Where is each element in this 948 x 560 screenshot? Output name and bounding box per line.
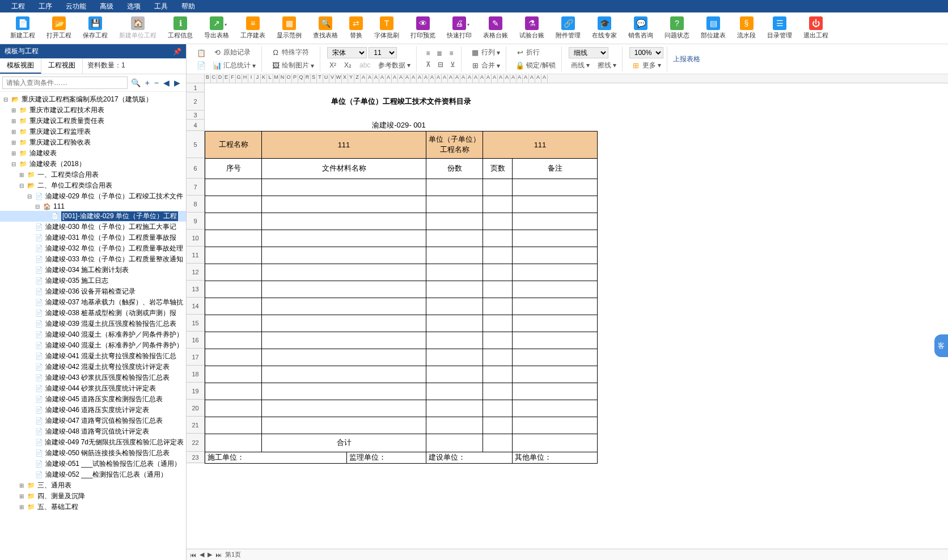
cell[interactable] bbox=[426, 417, 483, 434]
search-icon[interactable]: 🔍 bbox=[131, 78, 141, 87]
cell[interactable] bbox=[513, 213, 598, 230]
original-record-button[interactable]: ⟲原始记录 bbox=[210, 46, 258, 58]
cell[interactable] bbox=[262, 349, 426, 366]
cell[interactable] bbox=[513, 247, 598, 264]
toolbar-销售咨询[interactable]: 💬销售咨询 bbox=[623, 15, 659, 41]
cell[interactable] bbox=[262, 298, 426, 315]
tree-node[interactable]: 📄渝建竣-038 桩基成型检测（动测或声测）报 bbox=[0, 308, 186, 319]
tree-node[interactable]: ⊟🏠111 bbox=[0, 202, 186, 211]
erase-line-button[interactable]: 擦线▾ bbox=[595, 60, 619, 71]
cell[interactable] bbox=[262, 332, 426, 349]
search-input[interactable] bbox=[2, 77, 128, 89]
toolbar-退出工程[interactable]: ⏻退出工程 bbox=[798, 15, 834, 41]
cell[interactable] bbox=[205, 196, 262, 213]
cell[interactable] bbox=[262, 400, 426, 417]
cell[interactable] bbox=[205, 349, 262, 366]
subscript-button[interactable]: X₂ bbox=[342, 60, 354, 70]
cell[interactable] bbox=[513, 230, 598, 247]
total-remark[interactable] bbox=[513, 434, 598, 452]
cell[interactable] bbox=[483, 298, 513, 315]
toolbar-打印预览[interactable]: 👁打印预览 bbox=[405, 15, 441, 41]
cell[interactable] bbox=[483, 179, 513, 196]
toolbar-快速打印[interactable]: 🖨▾快速打印 bbox=[441, 15, 477, 41]
cell[interactable] bbox=[205, 400, 262, 417]
tree-node[interactable]: ⊞📁五、基础工程 bbox=[0, 502, 186, 512]
tree-node[interactable]: 📄渝建竣-040 混凝土（标准养护／同条件养护） bbox=[0, 340, 186, 351]
menu-item[interactable]: 工序 bbox=[32, 2, 59, 11]
strikethrough-button[interactable]: abc bbox=[357, 60, 373, 70]
cell[interactable] bbox=[513, 264, 598, 281]
lock-button[interactable]: 🔒锁定/解锁 bbox=[513, 60, 557, 71]
draw-line-button[interactable]: 画线▾ bbox=[569, 60, 592, 71]
more-button[interactable]: ⊞更多 ▾ bbox=[629, 60, 663, 71]
cell[interactable] bbox=[426, 383, 483, 400]
toolbar-保存工程[interactable]: 💾保存工程 bbox=[77, 15, 113, 41]
superscript-button[interactable]: X² bbox=[327, 60, 338, 70]
pager-first-icon[interactable]: ⏮ bbox=[190, 551, 196, 558]
tab-project-view[interactable]: 工程视图 bbox=[41, 58, 83, 74]
menu-item[interactable]: 工具 bbox=[147, 2, 175, 11]
tree-node[interactable]: 📄渝建竣-037 地基承载力（触探）、岩芯单轴抗 bbox=[0, 297, 186, 308]
cell[interactable] bbox=[262, 383, 426, 400]
rowcol-button[interactable]: ▦行列 ▾ bbox=[468, 46, 502, 58]
cell[interactable] bbox=[483, 315, 513, 332]
cell[interactable] bbox=[513, 179, 598, 196]
cell[interactable] bbox=[513, 349, 598, 366]
tree-node[interactable]: 📄渝建竣-033 单位（子单位）工程质量整改通知 bbox=[0, 254, 186, 265]
cell[interactable] bbox=[262, 315, 426, 332]
tree-node[interactable]: ⊟📂二、单位工程类综合用表 bbox=[0, 180, 186, 191]
zoom-select[interactable]: 100% bbox=[629, 47, 663, 58]
tree-node[interactable]: 📄渝建竣-035 施工日志 bbox=[0, 275, 186, 286]
cell[interactable] bbox=[262, 366, 426, 383]
tree-node[interactable]: ⊞📁重庆建设工程验收表 bbox=[0, 137, 186, 148]
cell[interactable] bbox=[426, 264, 483, 281]
cell[interactable] bbox=[483, 383, 513, 400]
cell[interactable] bbox=[205, 213, 262, 230]
toolbar-替换[interactable]: ⇄替换 bbox=[344, 15, 369, 41]
cell[interactable] bbox=[205, 281, 262, 298]
cell[interactable] bbox=[483, 196, 513, 213]
cell[interactable] bbox=[483, 332, 513, 349]
tree-node[interactable]: ⊞📁重庆建设工程质量责任表 bbox=[0, 116, 186, 126]
toolbar-流水段[interactable]: §流水段 bbox=[731, 15, 761, 41]
cell[interactable] bbox=[205, 366, 262, 383]
tree-node[interactable]: 📄渝建竣-047 道路弯沉值检验报告汇总表 bbox=[0, 415, 186, 426]
toolbar-显示范例[interactable]: ▦显示范例 bbox=[271, 15, 307, 41]
total-pages[interactable] bbox=[483, 434, 513, 452]
cell[interactable] bbox=[426, 281, 483, 298]
cell[interactable] bbox=[483, 230, 513, 247]
tab-template-view[interactable]: 模板视图 bbox=[0, 58, 41, 74]
tree-node[interactable]: 📄渝建竣-036 设备开箱检查记录 bbox=[0, 286, 186, 297]
menu-item[interactable]: 帮助 bbox=[175, 2, 202, 11]
copy-button[interactable]: 📋 bbox=[194, 47, 208, 58]
cell[interactable] bbox=[483, 213, 513, 230]
total-copies[interactable] bbox=[426, 434, 483, 452]
cell[interactable] bbox=[513, 196, 598, 213]
toolbar-字体批刷[interactable]: T字体批刷 bbox=[369, 15, 405, 41]
tree-node[interactable]: 📄渝建竣-052 ___检测报告汇总表（通用） bbox=[0, 469, 186, 480]
toolbar-查找表格[interactable]: 🔍查找表格 bbox=[307, 15, 344, 41]
toolbar-打开工程[interactable]: 📂打开工程 bbox=[41, 15, 77, 41]
tree-node[interactable]: 📄渝建竣-030 单位（子单位）工程施工大事记 bbox=[0, 222, 186, 232]
ref-data-button[interactable]: 参考数据 ▾ bbox=[376, 60, 413, 71]
cell[interactable] bbox=[513, 400, 598, 417]
toolbar-表格台账[interactable]: ✎表格台账 bbox=[477, 15, 514, 41]
cell[interactable] bbox=[426, 400, 483, 417]
upload-button[interactable]: 上报表格 bbox=[671, 53, 702, 65]
tree-node[interactable]: ⊞📁重庆建设工程监理表 bbox=[0, 126, 186, 137]
toolbar-新建单位工程[interactable]: 🏠新建单位工程 bbox=[113, 15, 162, 41]
cell[interactable] bbox=[426, 230, 483, 247]
cell[interactable] bbox=[513, 366, 598, 383]
tree-node[interactable]: 📄渝建竣-039 混凝土抗压强度检验报告汇总表 bbox=[0, 319, 186, 329]
cell[interactable] bbox=[205, 247, 262, 264]
cell[interactable] bbox=[426, 247, 483, 264]
paste-button[interactable]: 📄 bbox=[194, 60, 208, 71]
menu-item[interactable]: 高级 bbox=[93, 2, 120, 11]
cell[interactable] bbox=[205, 332, 262, 349]
tree-node[interactable]: 📄渝建竣-048 道路弯沉值统计评定表 bbox=[0, 426, 186, 437]
pager-last-icon[interactable]: ⏭ bbox=[215, 551, 222, 558]
align-left-button[interactable]: ≡ bbox=[424, 48, 432, 58]
toolbar-导出表格[interactable]: ↗▾导出表格 bbox=[198, 15, 235, 41]
draw-pic-button[interactable]: 🖼绘制图片 ▾ bbox=[269, 60, 316, 71]
toolbar-新建工程[interactable]: 📄新建工程 bbox=[5, 15, 41, 41]
